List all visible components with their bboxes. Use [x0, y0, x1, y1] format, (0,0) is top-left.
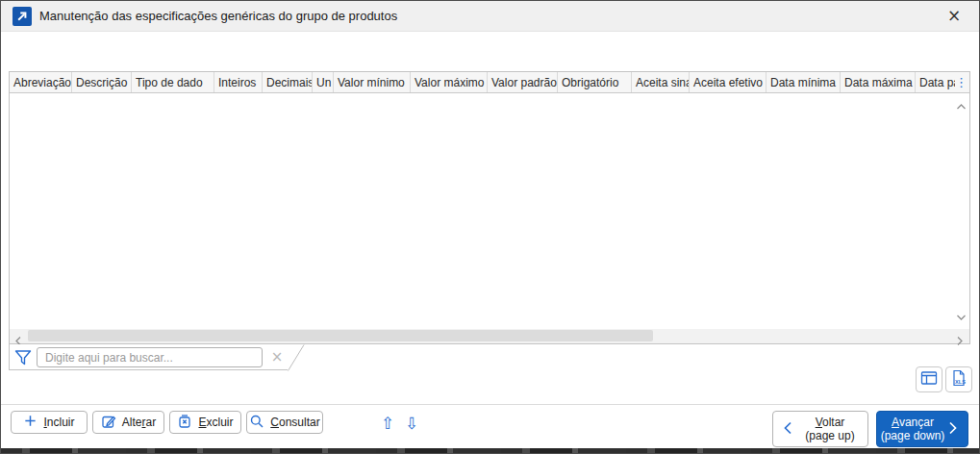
excluir-label: Excluir [198, 416, 233, 429]
filter-tab-edge [288, 344, 305, 371]
grid-layout-button[interactable] [916, 366, 942, 392]
incluir-label: Incluir [43, 416, 74, 429]
consultar-label: Consultar [270, 416, 319, 429]
excluir-button[interactable]: Excluir [169, 411, 241, 434]
voltar-label: Voltar (page up) [792, 416, 867, 442]
avancar-button[interactable]: Avançar (page down) [876, 411, 968, 447]
voltar-button[interactable]: Voltar (page up) [772, 411, 868, 447]
scroll-down-icon[interactable] [956, 308, 967, 325]
chevron-right-icon [948, 421, 958, 438]
delete-icon [177, 414, 192, 432]
svg-text:XLS: XLS [955, 379, 966, 385]
edit-icon [101, 414, 116, 432]
column-header-decimais[interactable]: Decimais [263, 72, 313, 93]
column-header-inteiros[interactable]: Inteiros [214, 72, 263, 93]
column-header-valor-maximo[interactable]: Valor máximo [411, 72, 488, 93]
window-title: Manutenção das especificações genéricas … [39, 1, 397, 32]
chevron-left-icon [783, 421, 792, 438]
move-up-arrow-icon[interactable]: ⇧ [381, 412, 394, 435]
consultar-button[interactable]: Consultar [246, 411, 323, 434]
incluir-button[interactable]: Incluir [11, 411, 88, 434]
titlebar: Manutenção das especificações genéricas … [1, 1, 979, 32]
app-icon [13, 7, 32, 26]
vertical-scrollbar[interactable] [953, 93, 969, 329]
bottom-edge-sliver [1, 448, 979, 453]
column-header-un[interactable]: Un [313, 72, 334, 93]
column-header-abreviacao[interactable]: Abreviação [10, 72, 72, 93]
filter-funnel-icon[interactable] [13, 348, 33, 367]
alterar-label: Alterar [122, 416, 156, 429]
clear-search-icon[interactable]: × [268, 347, 286, 367]
column-header-obrigatorio[interactable]: Obrigatório [558, 72, 632, 93]
move-down-arrow-icon[interactable]: ⇩ [405, 412, 418, 435]
export-xls-button[interactable]: XLS [945, 366, 972, 392]
column-menu-icon[interactable]: ⋮ [955, 74, 967, 90]
horizontal-scrollbar[interactable] [10, 329, 969, 343]
scroll-up-icon[interactable] [956, 97, 967, 114]
app-window: Manutenção das especificações genéricas … [0, 0, 980, 454]
close-icon[interactable]: × [942, 1, 966, 31]
search-input[interactable] [37, 347, 263, 367]
plus-icon [23, 414, 38, 431]
avancar-label: Avançar (page down) [877, 416, 948, 442]
column-header-valor-padrao[interactable]: Valor padrão [488, 72, 558, 93]
footer-divider [1, 404, 979, 405]
column-header-data-padrao[interactable]: Data padrão [916, 72, 955, 93]
column-header-tipo-de-dado[interactable]: Tipo de dado [132, 72, 214, 93]
export-xls-icon: XLS [950, 369, 967, 390]
grid-layout-icon [920, 370, 938, 389]
data-grid: Abreviação Descrição Tipo de dado Inteir… [9, 71, 970, 344]
column-header-valor-minimo[interactable]: Valor mínimo [334, 72, 411, 93]
grid-tools: XLS [916, 366, 972, 392]
grid-body-empty [10, 93, 953, 329]
alterar-button[interactable]: Alterar [92, 411, 164, 434]
search-icon [249, 414, 264, 432]
column-header-descricao[interactable]: Descrição [72, 72, 132, 93]
column-header-data-maxima[interactable]: Data máxima [841, 72, 916, 93]
column-header-aceita-efetivo[interactable]: Aceita efetivo [690, 72, 766, 93]
column-header-data-minima[interactable]: Data mínima [766, 72, 841, 93]
filter-bar: × [9, 344, 288, 370]
grid-header-row: Abreviação Descrição Tipo de dado Inteir… [10, 72, 969, 93]
horizontal-scroll-thumb[interactable] [28, 330, 653, 341]
column-header-aceita-sinal[interactable]: Aceita sinal [632, 72, 690, 93]
scroll-right-icon[interactable] [956, 333, 964, 350]
